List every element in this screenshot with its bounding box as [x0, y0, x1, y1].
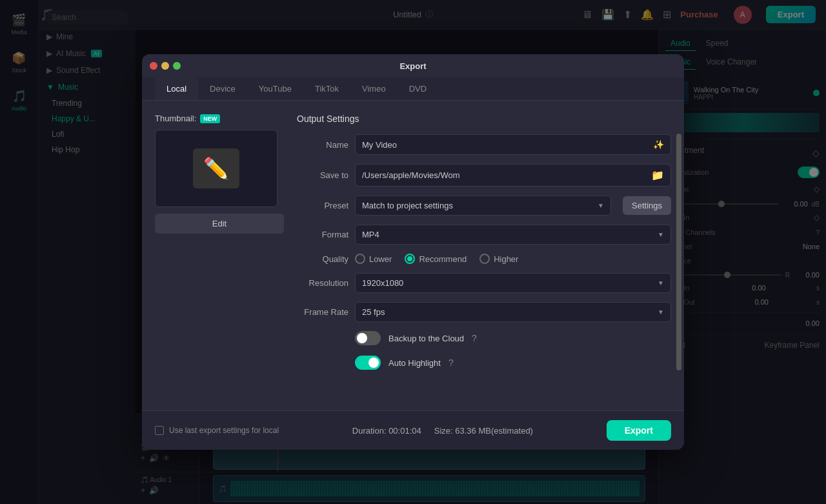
vimeo-tab-label: Vimeo	[362, 84, 386, 94]
preset-label: Preset	[297, 201, 348, 210]
thumbnail-preview: ✏️	[155, 130, 277, 207]
backup-toggle-label: Backup to the Cloud	[388, 334, 464, 343]
output-section: Output Settings Name ✨ Save to /Users	[297, 114, 671, 398]
preset-value: Match to project settings	[362, 201, 453, 210]
autohighlight-toggle-row: Auto Highlight ?	[297, 356, 671, 370]
modal-tab-device[interactable]: Device	[198, 77, 247, 100]
thumbnail-edit-button[interactable]: Edit	[155, 214, 284, 234]
window-close-button[interactable]	[150, 62, 157, 70]
format-label: Format	[297, 230, 348, 239]
modal-tab-youtube[interactable]: YouTube	[247, 77, 303, 100]
resolution-select[interactable]: 1920x1080 ▼	[355, 273, 671, 293]
autohighlight-help-icon[interactable]: ?	[448, 358, 454, 368]
size-label: Size:	[434, 426, 453, 436]
quality-higher-radio[interactable]	[479, 254, 490, 264]
footer-info: Duration: 00:01:04 Size: 63.36 MB(estima…	[352, 426, 533, 436]
framerate-select[interactable]: 25 fps ▼	[355, 302, 671, 322]
new-badge: NEW	[200, 114, 220, 123]
saveto-label: Save to	[297, 170, 348, 180]
name-label: Name	[297, 140, 348, 150]
saveto-input-wrapper: /Users/apple/Movies/Wom 📁	[355, 164, 671, 186]
modal-titlebar: Export	[142, 54, 684, 77]
quality-lower-option[interactable]: Lower	[355, 254, 392, 264]
autohighlight-toggle-label: Auto Highlight	[388, 358, 441, 368]
backup-toggle[interactable]	[355, 331, 381, 345]
window-maximize-button[interactable]	[173, 62, 181, 70]
thumbnail-section: Thumbnail: NEW ✏️ Edit	[155, 114, 284, 398]
thumbnail-edit-icon: ✏️	[193, 148, 239, 188]
framerate-arrow-icon: ▼	[658, 308, 664, 316]
quality-recommend-radio[interactable]	[405, 254, 415, 264]
quality-higher-label: Higher	[494, 254, 518, 264]
framerate-label: Frame Rate	[297, 307, 348, 317]
duration-info: Duration: 00:01:04	[352, 426, 421, 436]
modal-tab-dvd[interactable]: DVD	[398, 77, 438, 100]
thumbnail-label-row: Thumbnail: NEW	[155, 114, 284, 123]
duration-label: Duration:	[352, 426, 387, 436]
resolution-row: Resolution 1920x1080 ▼	[297, 273, 671, 293]
window-minimize-button[interactable]	[161, 62, 169, 70]
resolution-value: 1920x1080	[362, 278, 403, 288]
name-input-wrapper: ✨	[355, 134, 671, 155]
modal-tab-vimeo[interactable]: Vimeo	[350, 77, 398, 100]
local-tab-label: Local	[166, 84, 186, 94]
thumbnail-label-text: Thumbnail:	[155, 114, 196, 123]
size-info: Size: 63.36 MB(estimated)	[434, 426, 533, 436]
last-settings-checkbox[interactable]	[155, 426, 164, 435]
folder-icon[interactable]: 📁	[651, 169, 664, 181]
quality-recommend-option[interactable]: Recommend	[405, 254, 467, 264]
quality-lower-radio[interactable]	[355, 254, 365, 264]
quality-options: Lower Recommend Higher	[355, 254, 671, 264]
preset-select[interactable]: Match to project settings ▼	[355, 196, 611, 216]
tiktok-tab-label: TikTok	[315, 84, 339, 94]
format-row: Format MP4 ▼	[297, 225, 671, 245]
format-value: MP4	[362, 230, 379, 239]
ai-enhance-icon[interactable]: ✨	[653, 139, 664, 150]
quality-lower-label: Lower	[369, 254, 392, 264]
youtube-tab-label: YouTube	[259, 84, 292, 94]
settings-button[interactable]: Settings	[623, 196, 671, 215]
footer-left: Use last export settings for local	[155, 426, 279, 435]
last-settings-label: Use last export settings for local	[169, 426, 279, 435]
device-tab-label: Device	[210, 84, 236, 94]
saveto-path: /Users/apple/Movies/Wom	[362, 170, 647, 180]
quality-label: Quality	[297, 254, 348, 264]
quality-recommend-label: Recommend	[419, 254, 467, 264]
quality-higher-option[interactable]: Higher	[479, 254, 518, 264]
name-row: Name ✨	[297, 134, 671, 155]
dvd-tab-label: DVD	[409, 84, 427, 94]
modal-tab-tiktok[interactable]: TikTok	[303, 77, 350, 100]
framerate-value: 25 fps	[362, 307, 385, 317]
autohighlight-toggle[interactable]	[355, 356, 381, 370]
resolution-arrow-icon: ▼	[658, 279, 664, 287]
format-arrow-icon: ▼	[658, 231, 664, 238]
modal-title: Export	[399, 61, 426, 71]
app-background: ⊞ ✂ 🎵 Untitled ⓘ 🖥 💾 ⬆ 🔔 ⊞ Purchase A Ex…	[0, 0, 826, 504]
modal-footer: Use last export settings for local Durat…	[142, 410, 684, 450]
saveto-row: Save to /Users/apple/Movies/Wom 📁	[297, 164, 671, 186]
output-settings-title: Output Settings	[297, 114, 671, 124]
scroll-indicator	[676, 134, 681, 371]
modal-tabs: Local Device YouTube TikTok Vimeo DVD	[142, 77, 684, 101]
duration-value: 00:01:04	[388, 426, 421, 436]
backup-toggle-row: Backup to the Cloud ?	[297, 331, 671, 345]
modal-body: Thumbnail: NEW ✏️ Edit Output Settings N…	[142, 101, 684, 410]
name-input[interactable]	[362, 140, 649, 150]
export-modal: Export Local Device YouTube TikTok Vimeo	[142, 54, 684, 450]
modal-overlay[interactable]: Export Local Device YouTube TikTok Vimeo	[0, 0, 826, 504]
quality-row: Quality Lower Recommend	[297, 254, 671, 264]
format-select[interactable]: MP4 ▼	[355, 225, 671, 245]
size-value: 63.36 MB(estimated)	[455, 426, 533, 436]
resolution-label: Resolution	[297, 278, 348, 288]
preset-arrow-icon: ▼	[598, 202, 604, 209]
backup-help-icon[interactable]: ?	[472, 333, 477, 343]
modal-tab-local[interactable]: Local	[155, 77, 198, 100]
framerate-row: Frame Rate 25 fps ▼	[297, 302, 671, 322]
preset-row: Preset Match to project settings ▼ Setti…	[297, 196, 671, 216]
footer-export-button[interactable]: Export	[607, 420, 671, 441]
